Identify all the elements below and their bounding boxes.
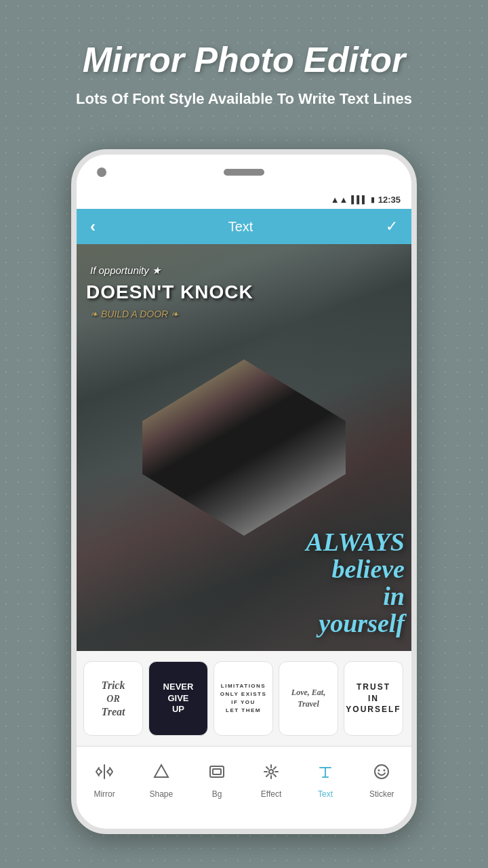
toolbar-title: Text: [228, 219, 253, 235]
toolbar-item-sticker[interactable]: Sticker: [369, 762, 394, 799]
svg-line-9: [274, 774, 276, 776]
svg-point-3: [269, 770, 273, 774]
toolbar-item-effect[interactable]: Effect: [261, 762, 281, 799]
sticker-label-1: TrickORTreat: [102, 679, 125, 718]
photo-text-believe: ALWAYS believe in yourself: [306, 529, 405, 637]
shape-icon: [152, 762, 171, 785]
photo-canvas[interactable]: If opportunity ★ DOESN'T KNOCK ❧ BUILD A…: [77, 244, 411, 651]
photo-text-doesnt-knock: DOESN'T KNOCK: [86, 281, 253, 303]
phone-side-button-right: [413, 277, 417, 324]
text-label: Text: [318, 789, 333, 799]
signal-icon: ▌▌▌: [351, 195, 367, 203]
svg-line-8: [266, 767, 268, 769]
sticker-label: Sticker: [369, 789, 394, 799]
toolbar-item-shape[interactable]: Shape: [150, 762, 174, 799]
front-camera: [97, 167, 106, 177]
sticker-label-4: Love, Eat,Travel: [291, 687, 325, 710]
bg-icon: [207, 762, 226, 785]
toolbar-item-text[interactable]: Text: [316, 762, 335, 799]
sticker-label-2: NEVERGIVEUP: [163, 682, 194, 716]
status-bar: ▲▲ ▌▌▌ ▮ 12:35: [77, 190, 411, 209]
phone-frame: ▲▲ ▌▌▌ ▮ 12:35 ‹ Text ✓ If opportunity ★…: [71, 149, 417, 834]
svg-point-16: [378, 769, 380, 771]
svg-rect-2: [213, 769, 221, 774]
toolbar-item-mirror[interactable]: Mirror: [94, 762, 115, 799]
back-button[interactable]: ‹: [90, 217, 96, 236]
app-toolbar: ‹ Text ✓: [77, 209, 411, 244]
svg-line-10: [274, 767, 276, 769]
sticker-icon: [372, 762, 391, 785]
status-icons: ▲▲ ▌▌▌ ▮ 12:35: [331, 195, 401, 205]
bottom-toolbar: Mirror Shape Bg: [77, 746, 411, 814]
svg-point-17: [384, 769, 386, 771]
sticker-label-5: TRUSTINYOURSELF: [346, 682, 401, 715]
phone-speaker: [224, 169, 264, 176]
sticker-limitations[interactable]: LIMITATIONSONLY EXISTSIF YOULET THEM: [214, 661, 273, 736]
phone-top-bar: [77, 155, 411, 190]
mirror-label: Mirror: [94, 789, 115, 799]
status-time: 12:35: [378, 195, 401, 205]
phone-side-button-left: [71, 290, 75, 324]
svg-point-15: [375, 765, 388, 778]
effect-icon: [262, 762, 281, 785]
bg-label: Bg: [212, 789, 222, 799]
wifi-icon: ▲▲: [331, 195, 348, 205]
promo-title: Mirror Photo Editor: [0, 19, 488, 79]
sticker-never-give-up[interactable]: NEVERGIVEUP: [148, 661, 208, 736]
sticker-trick-or-treat[interactable]: TrickORTreat: [83, 661, 143, 736]
toolbar-item-bg[interactable]: Bg: [207, 762, 226, 799]
sticker-trust-yourself[interactable]: TRUSTINYOURSELF: [344, 661, 403, 736]
mirror-icon: [95, 762, 114, 785]
effect-label: Effect: [261, 789, 281, 799]
photo-text-opportunity: If opportunity ★: [90, 264, 161, 277]
sticker-love-eat-travel[interactable]: Love, Eat,Travel: [279, 661, 338, 736]
text-icon: [316, 762, 335, 785]
photo-text-build-door: ❧ BUILD A DOOR ❧: [90, 309, 179, 319]
promo-header: Mirror Photo Editor Lots Of Font Style A…: [0, 0, 488, 110]
svg-line-11: [266, 774, 268, 776]
shape-label: Shape: [150, 789, 174, 799]
promo-subtitle: Lots Of Font Style Available To Write Te…: [0, 79, 488, 110]
check-button[interactable]: ✓: [386, 218, 398, 235]
battery-icon: ▮: [371, 195, 375, 204]
sticker-label-3: LIMITATIONSONLY EXISTSIF YOULET THEM: [220, 682, 267, 715]
sticker-panel: TrickORTreat NEVERGIVEUP LIMITATIONSONLY…: [77, 651, 411, 746]
